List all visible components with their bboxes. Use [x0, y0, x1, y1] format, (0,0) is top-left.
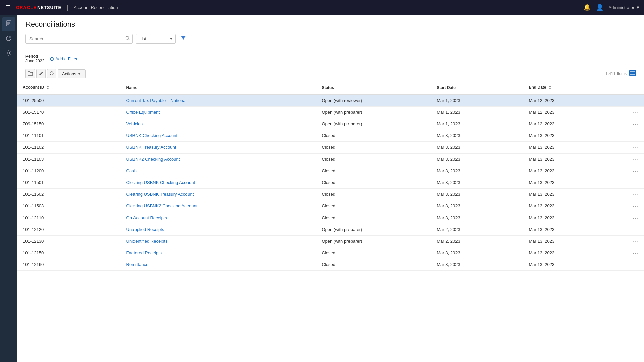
row-more-button[interactable]: ··· [633, 180, 639, 185]
name-link[interactable]: On Account Receipts [126, 215, 167, 220]
cell-account-id: 101-11101 [17, 130, 121, 141]
folder-icon [28, 71, 33, 77]
sort-icons-account-id: ▲ ▼ [47, 85, 49, 91]
table-row: 101-12120 Unapplied Receipts Open (with … [17, 224, 644, 235]
name-link[interactable]: Clearing USBNK2 Checking Account [126, 203, 198, 208]
name-link[interactable]: USBNK2 Checking Account [126, 157, 180, 162]
top-navigation: ☰ ORACLE NETSUITE | Account Reconciliati… [0, 0, 644, 15]
filter-funnel-icon[interactable] [178, 33, 189, 44]
name-link[interactable]: Unidentified Receipts [126, 239, 168, 244]
cell-end-date: Mar 13, 2023 [524, 177, 615, 188]
cell-status: Closed [316, 188, 431, 200]
sort-desc-icon: ▼ [47, 88, 49, 91]
list-view-icon[interactable] [629, 70, 636, 78]
cell-row-actions: ··· [615, 165, 644, 177]
name-link[interactable]: USBNK Checking Account [126, 133, 177, 138]
row-more-button[interactable]: ··· [633, 121, 639, 127]
name-link[interactable]: Vehicles [126, 121, 143, 126]
cell-name: Unidentified Receipts [121, 235, 317, 247]
name-link[interactable]: Clearing USBNK Checking Account [126, 180, 195, 185]
table-row: 101-12130 Unidentified Receipts Open (wi… [17, 235, 644, 247]
cell-name: Clearing USBNK Treasury Account [121, 188, 317, 200]
row-more-button[interactable]: ··· [633, 110, 639, 115]
cell-start-date: Mar 3, 2023 [431, 130, 523, 141]
cell-row-actions: ··· [615, 177, 644, 188]
row-more-button[interactable]: ··· [633, 262, 639, 267]
items-count: 1,411 Items [605, 71, 627, 76]
row-more-button[interactable]: ··· [633, 227, 639, 232]
cell-status: Open (with preparer) [316, 118, 431, 130]
svg-line-7 [129, 39, 130, 40]
edit-button[interactable] [36, 69, 46, 78]
col-header-account-id[interactable]: Account ID ▲ ▼ [17, 81, 121, 95]
row-more-button[interactable]: ··· [633, 215, 639, 221]
folder-button[interactable] [25, 69, 35, 78]
cell-row-actions: ··· [615, 212, 644, 224]
name-link[interactable]: Current Tax Payable – National [126, 98, 187, 103]
cell-status: Closed [316, 259, 431, 270]
search-icon [125, 36, 130, 42]
cell-status: Open (with preparer) [316, 235, 431, 247]
actions-label: Actions [62, 71, 76, 76]
table-row: 709-15150 Vehicles Open (with preparer) … [17, 118, 644, 130]
add-filter-label: Add a Filter [55, 56, 77, 61]
name-link[interactable]: USBNK Treasury Account [126, 145, 176, 150]
table-row: 101-12110 On Account Receipts Closed Mar… [17, 212, 644, 224]
user-arrow-icon: ▼ [636, 5, 640, 10]
cell-end-date: Mar 12, 2023 [524, 118, 615, 130]
view-select[interactable]: List Grid Summary [136, 34, 176, 44]
cell-end-date: Mar 13, 2023 [524, 200, 615, 212]
table-row: 101-11502 Clearing USBNK Treasury Accoun… [17, 188, 644, 200]
cell-end-date: Mar 13, 2023 [524, 212, 615, 224]
row-more-button[interactable]: ··· [633, 98, 639, 103]
col-header-status[interactable]: Status [316, 81, 431, 95]
row-more-button[interactable]: ··· [633, 239, 639, 244]
more-options-icon[interactable]: ⋯ [631, 56, 636, 62]
refresh-button[interactable] [47, 69, 56, 78]
row-more-button[interactable]: ··· [633, 192, 639, 197]
oracle-logo: ORACLE [16, 5, 37, 10]
sidebar-item-analytics[interactable] [2, 32, 15, 46]
cell-row-actions: ··· [615, 130, 644, 141]
table-header-row: Account ID ▲ ▼ Name Status Start Date En… [17, 81, 644, 95]
name-link[interactable]: Remittance [126, 262, 149, 267]
row-more-button[interactable]: ··· [633, 250, 639, 256]
search-input[interactable] [25, 34, 133, 44]
sidebar-item-docs[interactable] [2, 17, 15, 31]
sidebar [0, 15, 17, 362]
name-link[interactable]: Unapplied Receipts [126, 227, 164, 232]
person-icon[interactable]: 👤 [596, 4, 603, 11]
name-link[interactable]: Clearing USBNK Treasury Account [126, 192, 194, 197]
cell-account-id: 101-25500 [17, 95, 121, 107]
actions-button[interactable]: Actions ▼ [58, 69, 86, 78]
cell-name: Clearing USBNK2 Checking Account [121, 200, 317, 212]
row-more-button[interactable]: ··· [633, 157, 639, 162]
col-header-end-date[interactable]: End Date ▲ ▼ [524, 81, 615, 95]
cell-end-date: Mar 13, 2023 [524, 259, 615, 270]
row-more-button[interactable]: ··· [633, 133, 639, 138]
name-link[interactable]: Office Equipment [126, 110, 160, 115]
cell-row-actions: ··· [615, 95, 644, 107]
cell-status: Closed [316, 177, 431, 188]
bell-icon[interactable]: 🔔 [583, 4, 591, 11]
row-more-button[interactable]: ··· [633, 203, 639, 209]
sidebar-item-settings[interactable] [2, 47, 15, 60]
row-more-button[interactable]: ··· [633, 145, 639, 150]
cell-start-date: Mar 3, 2023 [431, 165, 523, 177]
page-title: Reconciliations [25, 20, 636, 29]
hamburger-menu-icon[interactable]: ☰ [4, 2, 12, 12]
cell-name: Current Tax Payable – National [121, 95, 317, 107]
user-menu[interactable]: Administrator ▼ [609, 5, 640, 10]
name-link[interactable]: Factored Receipts [126, 250, 162, 255]
col-header-start-date[interactable]: Start Date [431, 81, 523, 95]
add-filter-button[interactable]: ⊕ Add a Filter [50, 56, 77, 62]
name-link[interactable]: Cash [126, 168, 137, 173]
cell-row-actions: ··· [615, 200, 644, 212]
cell-status: Closed [316, 130, 431, 141]
page-header: Reconciliations List Grid Summ [17, 15, 644, 51]
row-more-button[interactable]: ··· [633, 168, 639, 174]
col-header-name[interactable]: Name [121, 81, 317, 95]
cell-name: USBNK Treasury Account [121, 141, 317, 153]
cell-account-id: 501-15170 [17, 106, 121, 118]
cell-account-id: 101-11501 [17, 177, 121, 188]
